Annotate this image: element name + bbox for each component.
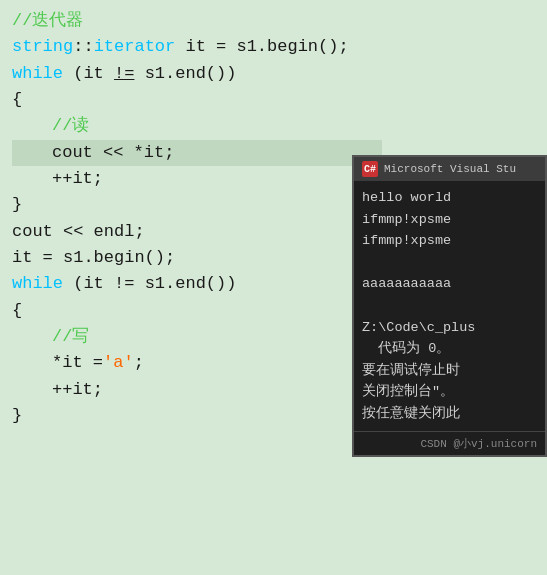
code-normal-2b: it = s1.begin(); bbox=[175, 34, 348, 60]
popup-header: C# Microsoft Visual Stu bbox=[354, 157, 545, 181]
code-incr-1: ++it; bbox=[12, 166, 103, 192]
code-incr-2: ++it; bbox=[12, 377, 103, 403]
keyword-while-2: while bbox=[12, 271, 63, 297]
comment-write: //写 bbox=[12, 324, 89, 350]
keyword-while-1: while bbox=[12, 61, 63, 87]
keyword-string: string bbox=[12, 34, 73, 60]
popup-title: Microsoft Visual Stu bbox=[384, 163, 516, 175]
code-write-semi: ; bbox=[134, 350, 144, 376]
popup-line-11: 按任意键关闭此 bbox=[362, 403, 537, 425]
comment-iterator: //迭代器 bbox=[12, 8, 83, 34]
popup-line-4 bbox=[362, 252, 537, 274]
popup-footer: CSDN @小vj.unicorn bbox=[354, 431, 545, 455]
brace-close-1: } bbox=[12, 192, 22, 218]
popup-window: C# Microsoft Visual Stu hello world ifmm… bbox=[352, 155, 547, 457]
code-ne-1: != bbox=[114, 61, 134, 87]
popup-line-2: ifmmp!xpsme bbox=[362, 209, 537, 231]
code-line-6: cout << *it; bbox=[12, 140, 382, 166]
code-line-4: { bbox=[12, 87, 535, 113]
brace-close-2: } bbox=[12, 403, 22, 429]
code-write-it: *it = bbox=[12, 350, 103, 376]
popup-content: hello world ifmmp!xpsme ifmmp!xpsme aaaa… bbox=[354, 181, 545, 431]
code-normal-11: (it != s1.end()) bbox=[63, 271, 236, 297]
popup-icon: C# bbox=[362, 161, 378, 177]
code-cout-endl: cout << endl; bbox=[12, 219, 145, 245]
brace-open-1: { bbox=[12, 87, 22, 113]
code-normal-3b: s1.end()) bbox=[134, 61, 236, 87]
brace-open-2: { bbox=[12, 298, 22, 324]
code-line-3: while (it != s1.end()) bbox=[12, 61, 535, 87]
popup-footer-text: CSDN @小vj.unicorn bbox=[420, 438, 537, 450]
keyword-iterator: iterator bbox=[94, 34, 176, 60]
popup-line-1: hello world bbox=[362, 187, 537, 209]
popup-line-5: aaaaaaaaaaa bbox=[362, 273, 537, 295]
code-char-a: 'a' bbox=[103, 350, 134, 376]
popup-line-6 bbox=[362, 295, 537, 317]
code-line-5: //读 bbox=[12, 113, 535, 139]
code-normal-3a: (it bbox=[63, 61, 114, 87]
code-it-begin: it = s1.begin(); bbox=[12, 245, 175, 271]
popup-line-8: 代码为 0。 bbox=[362, 338, 537, 360]
popup-line-9: 要在调试停止时 bbox=[362, 360, 537, 382]
comment-read: //读 bbox=[12, 113, 89, 139]
code-normal-2a: :: bbox=[73, 34, 93, 60]
main-container: //迭代器 string::iterator it = s1.begin(); … bbox=[0, 0, 547, 575]
popup-line-7: Z:\Code\c_plus bbox=[362, 317, 537, 339]
code-line-1: //迭代器 bbox=[12, 8, 535, 34]
popup-line-10: 关闭控制台"。 bbox=[362, 381, 537, 403]
code-line-2: string::iterator it = s1.begin(); bbox=[12, 34, 535, 60]
popup-line-3: ifmmp!xpsme bbox=[362, 230, 537, 252]
popup-icon-text: C# bbox=[364, 164, 376, 175]
code-cout-1: cout << *it; bbox=[12, 140, 174, 166]
